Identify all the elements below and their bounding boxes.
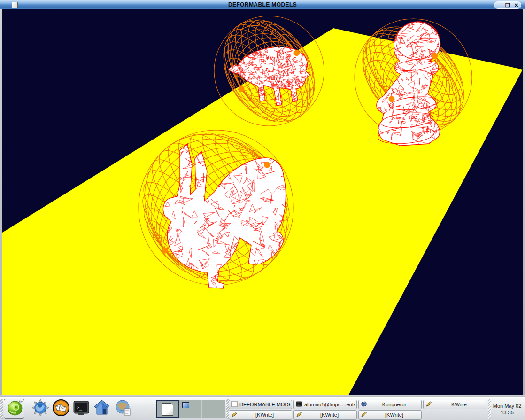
app-window: DEFORMABLE MODELS _ ❐ ✕: [0, 0, 525, 397]
pager-window-icon: [182, 402, 189, 408]
suse-geeko-icon: [6, 399, 24, 419]
pager-document-icon: [162, 403, 173, 416]
desktop-screen: DEFORMABLE MODELS _ ❐ ✕ >_ DEFORMABLE MO…: [0, 0, 525, 420]
taskbar: >_ DEFORMABLE MODELS>alumno1@fmpc:...ent…: [0, 397, 525, 420]
konqueror-globe-icon: [31, 399, 49, 419]
svg-text:>: >: [298, 403, 299, 405]
task-button[interactable]: DEFORMABLE MODELS: [229, 400, 292, 409]
task-button-label: Konqueror: [369, 402, 419, 407]
sphere-pole-dot: [432, 53, 438, 59]
task-button[interactable]: [KWrite]: [293, 410, 357, 420]
pager-desktop-2[interactable]: [179, 400, 202, 418]
taskbar-grip-right[interactable]: [488, 399, 491, 419]
globe-document-icon: [114, 398, 133, 419]
home-launcher[interactable]: [93, 399, 111, 418]
task-button-area: DEFORMABLE MODELS>alumno1@fmpc:...ents/O…: [229, 397, 488, 420]
konsole-launcher[interactable]: >_: [72, 399, 91, 418]
task-button-label: [KWrite]: [239, 412, 290, 418]
task-button[interactable]: KWrite: [423, 400, 486, 409]
sphere-pole-dot: [162, 248, 168, 254]
pager-desktop-1[interactable]: [156, 400, 179, 418]
window-title: DEFORMABLE MODELS: [0, 1, 525, 8]
window-border-right[interactable]: [523, 9, 525, 397]
close-button[interactable]: ✕: [513, 2, 520, 8]
web-browser-launcher[interactable]: [114, 399, 133, 418]
task-button[interactable]: >alumno1@fmpc:...ents/O: [293, 400, 357, 409]
book-icon: [361, 401, 367, 408]
pen-icon: [361, 411, 367, 419]
pen-icon: [231, 411, 238, 419]
task-button-label: DEFORMABLE MODELS: [239, 402, 290, 407]
window-titlebar[interactable]: DEFORMABLE MODELS _ ❐ ✕: [0, 0, 525, 9]
home-folder-icon: [93, 399, 111, 419]
task-button[interactable]: Konqueror: [358, 400, 422, 409]
sphere-pole-dot: [239, 86, 245, 92]
svg-text:>_: >_: [77, 405, 83, 411]
clock-time: 13:35: [501, 409, 514, 416]
sphere-pole-dot: [389, 96, 395, 102]
task-button[interactable]: [KWrite]: [229, 410, 292, 420]
maximize-button[interactable]: ❐: [504, 2, 511, 8]
terminal-icon: >: [296, 401, 302, 408]
panel-hide-grip[interactable]: [0, 399, 3, 419]
minimize-button[interactable]: _: [495, 2, 502, 8]
sphere-pole-dot: [264, 162, 270, 168]
sphere-pole-dot: [293, 50, 300, 56]
pen-icon: [296, 411, 302, 419]
kontact-launcher[interactable]: [52, 399, 70, 418]
pen-icon: [425, 401, 432, 408]
desktop-pager: [156, 400, 225, 418]
window-controls: _ ❐ ✕: [494, 1, 521, 9]
clock-applet[interactable]: Mon May 02 13:35: [491, 399, 523, 419]
opengl-viewport: [2, 9, 523, 395]
kontact-mail-icon: [52, 398, 70, 419]
task-button[interactable]: [KWrite]: [358, 410, 422, 420]
clock-date: Mon May 02: [493, 403, 522, 409]
task-button-label: [KWrite]: [304, 412, 355, 418]
task-button-label: KWrite: [434, 402, 484, 407]
window-icon: [231, 401, 238, 408]
konqueror-launcher[interactable]: [31, 399, 50, 418]
task-button-label: [KWrite]: [369, 412, 419, 418]
pager-desktop-3[interactable]: [202, 400, 225, 418]
task-button-label: alumno1@fmpc:...ents/O: [304, 402, 355, 407]
konsole-terminal-icon: >_: [72, 399, 90, 419]
kmenu-launcher[interactable]: [6, 399, 24, 418]
